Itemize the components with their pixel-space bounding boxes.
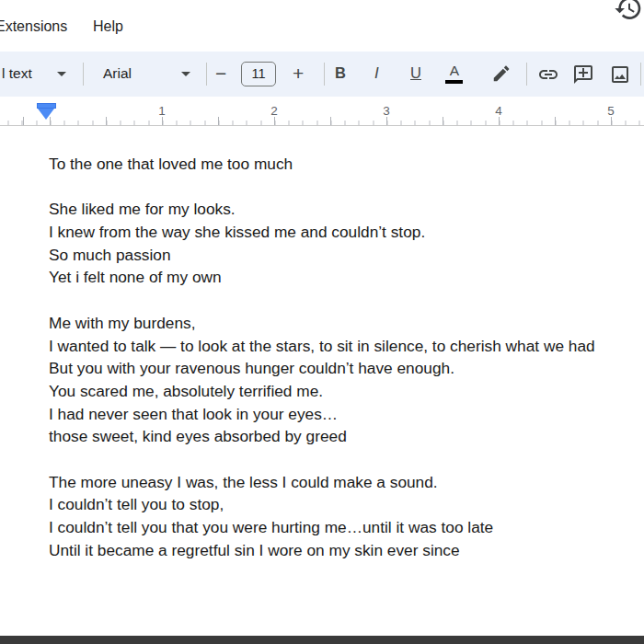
underline-button[interactable]: U: [410, 64, 421, 82]
menu-item-extensions[interactable]: Extensions: [0, 18, 67, 35]
poem-line[interactable]: Yet i felt none of my own: [49, 266, 644, 289]
poem-line[interactable]: I couldn’t tell you that you were hurtin…: [49, 516, 644, 539]
ruler-number: 3: [383, 104, 390, 118]
toolbar-divider: [83, 63, 84, 86]
horizontal-ruler[interactable]: 1 2 3 4 5: [0, 101, 644, 126]
poem-line[interactable]: So much passion: [49, 244, 644, 267]
ruler-ticks: [0, 116, 644, 125]
poem-line[interactable]: those sweet, kind eyes absorbed by greed: [49, 425, 644, 448]
font-size-input[interactable]: 11: [241, 62, 276, 86]
docs-window: Extensions Help l text Arial − 11 + B I …: [0, 0, 644, 644]
chevron-down-icon[interactable]: [181, 72, 190, 76]
ruler-number: 5: [607, 104, 615, 118]
document-canvas[interactable]: To the one that loved me too muchShe lik…: [0, 127, 644, 636]
toolbar-divider: [526, 63, 527, 86]
decrease-font-size-button[interactable]: −: [215, 63, 226, 85]
poem-line[interactable]: I wanted to talk — to look at the stars,…: [49, 335, 644, 358]
bold-button[interactable]: B: [335, 64, 346, 82]
poem-line[interactable]: I knew from the way she kissed me and co…: [49, 221, 644, 244]
insert-link-icon[interactable]: [537, 63, 559, 86]
chevron-down-icon[interactable]: [57, 72, 66, 76]
poem-line[interactable]: Until it became a regretful sin I wore o…: [49, 539, 644, 562]
increase-font-size-button[interactable]: +: [293, 63, 304, 85]
italic-button[interactable]: I: [374, 64, 383, 83]
insert-image-icon[interactable]: [609, 63, 631, 86]
poem-line[interactable]: She liked me for my looks.: [49, 198, 644, 221]
text-color-swatch: [445, 80, 463, 84]
formatting-toolbar: l text Arial − 11 + B I U A: [0, 52, 644, 97]
ruler-number: 4: [495, 104, 502, 118]
toolbar-divider: [640, 63, 641, 86]
poem-line[interactable]: [49, 289, 644, 312]
ruler-number: 2: [270, 104, 278, 118]
highlighter-icon[interactable]: [491, 63, 512, 84]
left-indent-marker[interactable]: [38, 109, 54, 120]
ruler-number: 1: [158, 104, 166, 118]
menu-bar: Extensions Help: [0, 0, 644, 52]
toolbar-divider: [324, 63, 325, 86]
poem-line[interactable]: Me with my burdens,: [49, 312, 644, 335]
text-color-label: A: [445, 63, 464, 78]
poem-line[interactable]: [49, 448, 644, 471]
menu-item-help[interactable]: Help: [93, 18, 123, 35]
poem-line[interactable]: But you with your ravenous hunger couldn…: [49, 357, 644, 380]
text-color-button[interactable]: A: [445, 63, 464, 84]
version-history-icon[interactable]: [614, 0, 643, 23]
bottom-bar: [0, 636, 644, 644]
indent-marker[interactable]: [37, 102, 56, 122]
poem-line[interactable]: The more uneasy I was, the less I could …: [49, 471, 644, 494]
poem-line[interactable]: To the one that loved me too much: [49, 153, 644, 176]
poem-line[interactable]: I had never seen that look in your eyes…: [49, 403, 644, 426]
add-comment-icon[interactable]: [572, 63, 594, 86]
poem-line[interactable]: You scared me, absolutely terrified me.: [49, 380, 644, 403]
poem-line[interactable]: [49, 176, 644, 199]
font-family-dropdown[interactable]: Arial: [103, 65, 132, 82]
toolbar-divider: [206, 63, 207, 86]
paragraph-styles-dropdown[interactable]: l text: [2, 65, 32, 82]
poem-line[interactable]: I couldn’t tell you to stop,: [49, 493, 644, 516]
document-body[interactable]: To the one that loved me too muchShe lik…: [49, 153, 644, 561]
